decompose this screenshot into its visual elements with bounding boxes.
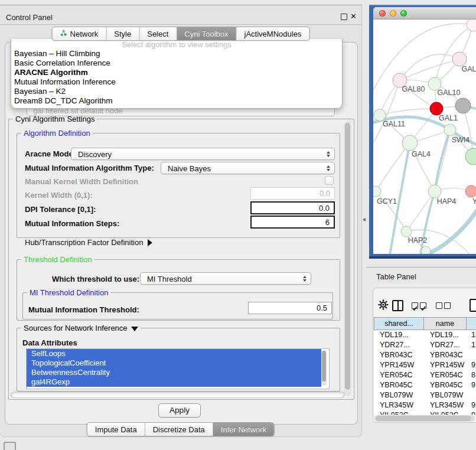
tab-cyni-toolbox[interactable]: Cyni Toolbox xyxy=(176,27,236,40)
tab-select[interactable]: Select xyxy=(139,27,176,40)
table-horizontal-scrollbar[interactable] xyxy=(374,415,475,422)
network-node[interactable] xyxy=(402,135,418,151)
expander-expanded-icon xyxy=(131,327,138,331)
network-node-label: GAL80 xyxy=(402,85,425,93)
network-node-label: GAL xyxy=(461,65,476,73)
tab-jactivemnodules[interactable]: jActiveMNodules xyxy=(236,27,309,40)
close-panel-icon[interactable]: ✕ xyxy=(350,12,357,21)
checked-box-icon[interactable] xyxy=(420,302,426,309)
table-column-header[interactable]: shared... xyxy=(374,317,424,330)
network-node-label: GAL4 xyxy=(412,150,431,158)
manual-kernel-checkbox[interactable] xyxy=(325,176,334,185)
table-row[interactable]: YBL079WYBL079W xyxy=(374,390,476,400)
float-panel-icon[interactable] xyxy=(341,14,347,20)
table-cell: YBL079W xyxy=(424,390,467,400)
unchecked-box-icon[interactable] xyxy=(436,302,442,309)
table-cell: 13 xyxy=(467,330,476,340)
settings-vertical-scrollbar-thumb[interactable] xyxy=(345,123,350,390)
algorithm-definition-title: Algorithm Definition xyxy=(21,129,93,138)
mi-threshold-label: Mutual Information Threshold: xyxy=(28,305,139,314)
page-icon[interactable] xyxy=(470,299,476,312)
network-canvas[interactable]: GALGAL80GAL10GAL1GAL11SWI4GAL4GCY1HAP4YH… xyxy=(373,19,476,254)
panel-divider-handle[interactable] xyxy=(363,218,366,221)
network-node[interactable] xyxy=(428,185,441,198)
control-panel-title: Control Panel xyxy=(6,13,53,22)
stepper-arrows-icon xyxy=(327,165,330,171)
hub-definition-label: Hub/Transcription Factor Definition xyxy=(25,238,143,247)
table-column-header[interactable]: A xyxy=(467,317,476,330)
table-row[interactable]: YER054CYER054C8. xyxy=(374,370,476,380)
network-edge xyxy=(406,191,435,231)
network-node[interactable] xyxy=(374,109,386,121)
algorithm-option[interactable]: Mutual Information Inference xyxy=(11,77,342,87)
mac-close-button[interactable] xyxy=(379,10,386,17)
algorithm-option[interactable]: Basic Correlation Inference xyxy=(11,58,342,68)
mi-type-combo[interactable]: Naive Bayes xyxy=(161,162,335,174)
table-cell: YBR043C xyxy=(424,350,467,360)
table-cell: YER054C xyxy=(424,370,467,380)
split-columns-icon[interactable] xyxy=(392,300,403,311)
table-panel-separator xyxy=(366,267,476,268)
mac-minimize-button[interactable] xyxy=(390,10,396,17)
apply-button[interactable]: Apply xyxy=(158,403,201,418)
algorithm-option[interactable]: Dream8 DC_TDC Algorithm xyxy=(11,96,342,106)
dpi-tolerance-input[interactable]: 0.0 xyxy=(250,201,335,214)
table-row[interactable]: YIL052CYIL052C9 xyxy=(374,410,476,415)
tab-impute-data[interactable]: Impute Data xyxy=(87,423,145,436)
mi-threshold-input[interactable]: 0.5 xyxy=(248,302,332,314)
aracne-mode-combo[interactable]: Discovery xyxy=(71,148,335,160)
tab-style[interactable]: Style xyxy=(106,27,139,40)
attribute-item[interactable]: TopologicalCoefficient xyxy=(27,358,321,368)
network-node[interactable] xyxy=(455,98,471,113)
network-node[interactable] xyxy=(430,102,443,115)
attribute-item[interactable]: BetweennessCentrality xyxy=(27,368,321,377)
attributes-scrollbar-thumb[interactable] xyxy=(322,351,326,381)
table-panel-title: Table Panel xyxy=(376,272,416,281)
algorithm-option[interactable]: ARACNE Algorithm xyxy=(11,68,342,77)
table-cell: YDR27... xyxy=(374,340,424,350)
sources-title[interactable]: Sources for Network Inference xyxy=(21,324,141,332)
unchecked-box-icon[interactable] xyxy=(444,302,451,309)
attribute-item[interactable]: SelfLoops xyxy=(27,349,321,358)
checked-box-icon[interactable] xyxy=(412,302,418,309)
network-node[interactable] xyxy=(401,226,412,237)
attributes-scrollbar[interactable] xyxy=(321,350,327,386)
tab-discretize-data[interactable]: Discretize Data xyxy=(145,423,213,436)
table-row[interactable]: YDR27...YDR27...12 xyxy=(374,340,476,350)
table-cell: YER054C xyxy=(374,370,424,380)
algorithm-option[interactable]: Bayesian – Hill Climbing xyxy=(11,49,342,58)
attribute-item[interactable]: gal4RGexp xyxy=(27,377,321,387)
network-node[interactable] xyxy=(421,246,431,254)
network-window-titlebar[interactable] xyxy=(373,7,476,19)
network-node[interactable] xyxy=(465,185,476,197)
table-horizontal-scrollbar-thumb[interactable] xyxy=(376,416,471,421)
tab-label: Impute Data xyxy=(95,425,137,434)
tab-infer-network[interactable]: Infer Network xyxy=(213,423,274,436)
mac-zoom-button[interactable] xyxy=(400,10,407,17)
table-row[interactable]: YBR043CYBR043C xyxy=(374,350,476,360)
table-row[interactable]: YDL19...YDL19...13 xyxy=(374,330,476,340)
network-node[interactable] xyxy=(467,19,476,31)
hub-definition-expander[interactable]: Hub/Transcription Factor Definition xyxy=(25,238,152,247)
algorithm-option[interactable]: Bayesian – K2 xyxy=(11,87,342,96)
which-threshold-combo[interactable]: MI Threshold xyxy=(140,272,311,285)
settings-horizontal-scrollbar-thumb[interactable] xyxy=(12,393,344,398)
gear-icon[interactable] xyxy=(378,299,389,312)
network-node[interactable] xyxy=(465,148,476,165)
dpi-tolerance-label: DPI Tolerance [0,1]: xyxy=(25,205,96,214)
table-row[interactable]: YBR045CYBR045C9. xyxy=(374,380,476,390)
network-node[interactable] xyxy=(452,52,467,66)
table-column-header[interactable]: name xyxy=(424,317,467,330)
minimized-panel-icon[interactable] xyxy=(4,442,16,450)
table-cell: YLR345W xyxy=(374,400,424,410)
tab-network[interactable]: Network xyxy=(53,27,106,40)
network-node[interactable] xyxy=(373,186,381,197)
mi-steps-input[interactable]: 6 xyxy=(250,216,335,229)
settings-vertical-scrollbar[interactable] xyxy=(344,121,351,396)
network-node-label: GAL11 xyxy=(383,120,405,128)
table-row[interactable]: YPR145WYPR145W9. xyxy=(374,360,476,370)
settings-horizontal-scrollbar[interactable] xyxy=(11,392,345,398)
table-row[interactable]: YLR345WYLR345W9. xyxy=(374,400,476,410)
mi-type-label: Mutual Information Algorithm Type: xyxy=(25,164,154,172)
network-node[interactable] xyxy=(444,124,456,136)
